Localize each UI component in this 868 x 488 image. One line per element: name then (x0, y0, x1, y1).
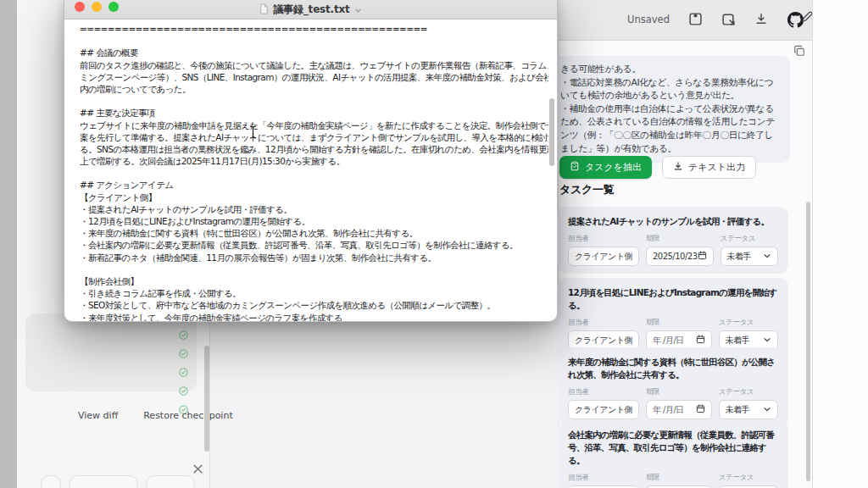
editor-titlebar[interactable]: 議事録_test.txt (64, 0, 557, 19)
copy-icon[interactable] (793, 44, 805, 56)
assignee-input[interactable]: クライアント側 (568, 247, 639, 266)
editor-text-area[interactable]: ========================================… (64, 19, 557, 321)
check-circle-icon (179, 346, 188, 362)
check-circle-icon (179, 383, 188, 399)
due-label: 期限 (646, 473, 712, 483)
due-date-input[interactable]: 2025/10/23 (646, 247, 714, 266)
document-icon (259, 2, 269, 18)
status-label: ステータス (721, 234, 778, 244)
task-card: 12月頃を目処にLINEおよびInstagramの運用を開始する。 担当者 クラ… (558, 278, 788, 358)
export-text-button[interactable]: テキスト出力 (662, 156, 756, 179)
checkpoint-checks (179, 327, 188, 418)
status-select[interactable]: 未着手 (721, 247, 778, 266)
due-date-placeholder: 年 /月/日 (653, 335, 684, 347)
task-title: 提案されたAIチャットのサンプルを試用・評価する。 (568, 215, 778, 228)
tasks-list-heading: タスク一覧 (559, 182, 614, 197)
calendar-icon (696, 335, 705, 346)
task-title: 来年度の補助金に関する資料（特に世田谷区）が公開され次第、制作会社に共有する。 (568, 356, 778, 381)
checkpoint-card (25, 313, 197, 391)
task-card: 提案されたAIチャットのサンプルを試用・評価する。 担当者 クライアント側 期限… (558, 207, 788, 274)
suggestion-chips (41, 475, 195, 488)
status-label: ステータス (719, 387, 778, 397)
status-select[interactable]: 未着手 (719, 400, 778, 419)
restore-checkpoint-button[interactable]: Restore checkpoint (143, 410, 233, 421)
assignee-input[interactable]: クライアント側 (568, 400, 639, 419)
view-diff-button[interactable]: View diff (78, 410, 118, 421)
task-card: 会社案内の増刷に必要な更新情報（従業員数、許認可番号、沿革、写真、取引先ロゴ等）… (558, 420, 788, 488)
extract-tasks-label: タスクを抽出 (585, 161, 642, 174)
suggestion-chip[interactable] (69, 475, 138, 488)
due-date-value: 2025/10/23 (653, 252, 698, 261)
save-icon[interactable] (688, 12, 703, 26)
extract-tasks-button[interactable]: タスクを抽出 (559, 156, 652, 179)
action-buttons: タスクを抽出 テキスト出力 (559, 156, 756, 179)
export-text-label: テキスト出力 (688, 161, 745, 174)
meeting-summary-card: きる可能性がある。 ・電話応対業務のAI化など、さらなる業務効率化についても検討… (549, 56, 790, 163)
clipboard-icon (570, 161, 580, 174)
app-toolbar: Unsaved (627, 12, 802, 26)
summary-line: きる可能性がある。 (560, 63, 779, 76)
status-value: 未着手 (726, 335, 750, 347)
check-circle-icon (179, 364, 188, 380)
editor-window: 議事録_test.txt ===========================… (64, 0, 558, 322)
due-date-input[interactable]: 年 /月/日 (646, 400, 712, 419)
download-icon[interactable] (754, 12, 769, 26)
results-scrollbar[interactable] (806, 202, 810, 481)
calendar-icon (696, 404, 705, 415)
window-title: 議事録_test.txt (273, 3, 349, 17)
summary-line: ・補助金の使用率は自治体によって公表状況が異なるため、公表されている自治体の情報… (560, 103, 779, 155)
close-icon[interactable] (192, 462, 203, 473)
assignee-label: 担当者 (568, 473, 639, 483)
due-label: 期限 (646, 318, 712, 328)
calendar-icon (698, 251, 707, 262)
status-value: 未着手 (726, 404, 750, 416)
download-icon (673, 161, 683, 174)
due-label: 期限 (646, 387, 712, 397)
task-card: 来年度の補助金に関する資料（特に世田谷区）が公開され次第、制作会社に共有する。 … (558, 347, 788, 427)
assignee-label: 担当者 (568, 318, 639, 328)
task-title: 会社案内の増刷に必要な更新情報（従業員数、許認可番号、沿革、写真、取引先ロゴ等）… (568, 429, 778, 467)
screen: Unsaved きる可能性がある。 ・電話応対業務のAI化など、さらなる業務効率… (0, 0, 868, 488)
checkpoint-actions: View diff Restore checkpoint (0, 410, 210, 421)
status-value: 未着手 (727, 251, 752, 263)
editor-scrollbar[interactable] (549, 98, 554, 166)
summary-line: ・電話応対業務のAI化など、さらなる業務効率化についても検討の余地があるという意… (560, 76, 779, 103)
chevron-down-icon (763, 336, 771, 346)
export-icon[interactable] (721, 12, 736, 26)
suggestion-chip[interactable] (41, 475, 61, 488)
editor-lines: ========================================… (80, 23, 548, 322)
unsaved-status: Unsaved (627, 14, 670, 25)
mouse-cursor-ibeam (249, 125, 257, 139)
sidebar-scrollbar[interactable] (204, 346, 209, 452)
suggestion-chip[interactable] (146, 475, 195, 488)
check-circle-icon (179, 327, 188, 343)
assignee-label: 担当者 (568, 234, 639, 244)
title-chevron-icon[interactable] (354, 2, 362, 18)
due-label: 期限 (646, 234, 714, 244)
edit-icon[interactable] (800, 10, 812, 27)
assignee-label: 担当者 (568, 387, 639, 397)
status-label: ステータス (719, 473, 778, 483)
task-title: 12月頃を目処にLINEおよびInstagramの運用を開始する。 (568, 286, 778, 312)
chevron-down-icon (763, 405, 771, 415)
chevron-down-icon (763, 252, 771, 262)
page-right-margin (812, 0, 868, 488)
status-label: ステータス (719, 318, 778, 328)
due-date-placeholder: 年 /月/日 (653, 404, 684, 416)
